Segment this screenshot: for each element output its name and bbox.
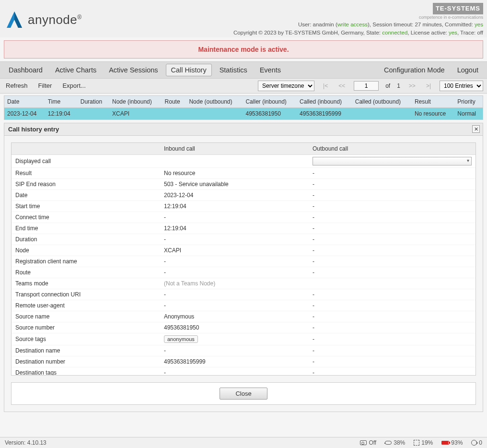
col-called-inbound[interactable]: Called (inbound) [297,96,352,108]
sessions-icon [471,440,477,446]
col-called-outbound[interactable]: Called (outbound) [352,96,412,108]
logo-area: anynode® [4,3,82,37]
disk-icon [385,441,392,445]
pager-first[interactable]: |< [321,83,330,89]
header: anynode® TE-SYSTEMS competence in e-comm… [0,0,487,37]
trace-icon [360,440,367,445]
col-time[interactable]: Time [45,96,78,108]
col-result[interactable]: Result [412,96,454,108]
entries-select[interactable]: 100 Entries [440,81,483,91]
detail-inbound-value: XCAPI [160,245,309,256]
detail-label: Date [12,189,160,200]
call-history-table: Date Time Duration Node (inbound) Route … [4,95,483,120]
detail-outbound-value: - [309,212,475,223]
detail-outbound-value: - [309,200,475,212]
col-date[interactable]: Date [4,96,45,108]
pager-last[interactable]: >| [424,83,433,89]
detail-row: Remote user-agent-- [12,300,475,311]
detail-label: Duration [12,234,160,245]
col-node-outbound[interactable]: Node (outbound) [186,96,243,108]
detail-inbound-value: 2023-12-04 [160,189,309,200]
detail-outbound-value: - [309,345,475,356]
detail-inbound-value: 12:19:04 [160,223,309,234]
refresh-button[interactable]: Refresh [4,81,30,91]
detail-scroll-area[interactable]: Inbound call Outbound call Displayed cal… [11,142,476,376]
detail-outbound-value: - [309,256,475,267]
status-trace[interactable]: Off [360,439,376,446]
header-info: TE-SYSTEMS competence in e-communication… [233,3,483,37]
detail-row: Transport connection URI-- [12,289,475,300]
page-input[interactable] [354,81,379,91]
nav-statistics[interactable]: Statistics [215,64,252,76]
nav-active-sessions[interactable]: Active Sessions [104,64,162,76]
detail-inbound-value: - [160,289,309,300]
detail-label: Destination number [12,356,160,367]
table-row[interactable]: 2023-12-04 12:19:04 XCAPI 49536381950 49… [4,107,483,119]
detail-row: Registration client name-- [12,256,475,267]
nav-config-mode[interactable]: Configuration Mode [379,64,450,76]
col-route[interactable]: Route [162,96,186,108]
nav-dashboard[interactable]: Dashboard [4,64,47,76]
detail-inbound-value: 4953638195999 [160,356,309,367]
detail-row: Source tagsanonymous- [12,333,475,345]
detail-outbound-value: - [309,367,475,376]
status-cpu[interactable]: 19% [414,439,433,446]
detail-outbound-value: - [309,311,475,322]
detail-outbound-value: - [309,333,475,345]
page-total: 1 [397,83,400,89]
detail-panel-title: Call history entry [4,123,483,136]
detail-col-inbound: Inbound call [160,143,309,155]
detail-label: Source tags [12,333,160,345]
detail-row: Destination number4953638195999- [12,356,475,367]
detail-label: Source number [12,322,160,333]
detail-inbound-value: 12:19:04 [160,200,309,212]
detail-row: Source number49536381950- [12,322,475,333]
detail-row: Date2023-12-04- [12,189,475,200]
status-memory[interactable]: 93% [441,439,463,446]
nav-events[interactable]: Events [255,64,286,76]
detail-row: Route-- [12,267,475,278]
detail-outbound-value [309,278,475,289]
detail-label: Start time [12,200,160,212]
source-tag: anonymous [164,335,198,343]
detail-row: Destination tags-- [12,367,475,376]
col-caller-inbound[interactable]: Caller (inbound) [243,96,297,108]
col-duration[interactable]: Duration [78,96,109,108]
nav-active-charts[interactable]: Active Charts [50,64,101,76]
detail-outbound-value: - [309,234,475,245]
detail-label: Remote user-agent [12,300,160,311]
detail-inbound-value: anonymous [160,333,309,345]
anynode-logo-icon [4,10,25,31]
status-disk[interactable]: 38% [385,439,405,446]
close-button[interactable]: Close [220,388,267,400]
detail-label: Displayed call [12,154,160,167]
detail-footer: Close [11,382,476,405]
maintenance-banner: Maintenance mode is active. [4,40,483,59]
detail-col-label [12,143,160,155]
col-priority[interactable]: Priority [454,96,483,108]
nav-call-history[interactable]: Call History [166,64,212,76]
status-sessions[interactable]: 0 [471,439,482,446]
te-systems-logo: TE-SYSTEMS [433,3,483,14]
detail-row: NodeXCAPI- [12,245,475,256]
detail-row: SIP End reason503 - Service unavailable- [12,178,475,189]
pager-next[interactable]: >> [407,83,417,89]
filter-button[interactable]: Filter [36,81,54,91]
detail-label: Teams mode [12,278,160,289]
detail-outbound-value: - [309,289,475,300]
detail-inbound-value: - [160,345,309,356]
nav-logout[interactable]: Logout [452,64,483,76]
detail-inbound-value: Anonymous [160,311,309,322]
timezone-select[interactable]: Server timezone [258,81,314,91]
col-node-inbound[interactable]: Node (inbound) [109,96,162,108]
detail-inbound-value: - [160,256,309,267]
close-icon[interactable]: ✕ [472,125,480,133]
detail-outbound-value: - [309,267,475,278]
detail-inbound-value [160,154,309,167]
te-systems-sublogo: competence in e-communications [233,14,483,21]
export-button[interactable]: Export... [60,81,87,91]
detail-row: Connect time-- [12,212,475,223]
detail-row: Displayed call [12,154,475,167]
pager-prev[interactable]: << [336,83,347,89]
displayed-call-select[interactable] [313,157,472,165]
